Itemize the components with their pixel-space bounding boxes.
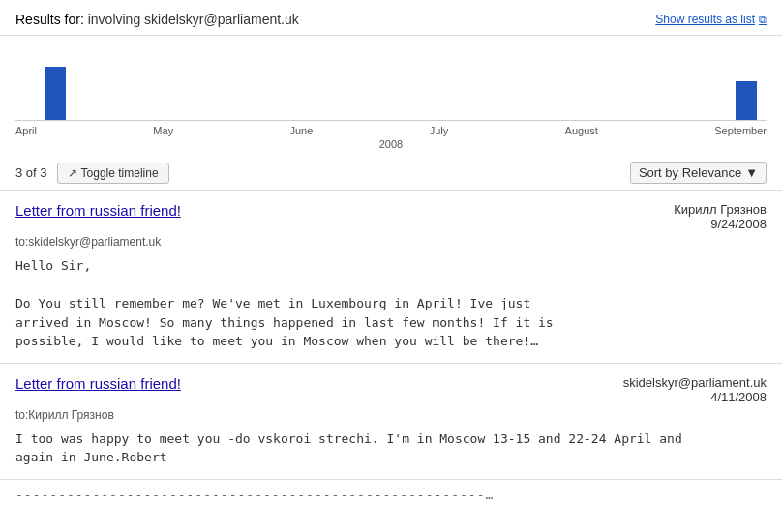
label-may: May (153, 125, 173, 136)
email-subject[interactable]: Letter from russian friend! (15, 202, 181, 219)
label-june: June (289, 125, 313, 136)
label-april: April (15, 125, 37, 136)
chevron-down-icon: ▼ (745, 165, 758, 180)
label-september: September (714, 125, 767, 136)
email-list: Letter from russian friend! Кирилл Грязн… (0, 191, 782, 480)
result-count: 3 of 3 (15, 165, 47, 180)
results-for: Results for: involving skidelskyr@parlia… (15, 12, 299, 27)
email-subject[interactable]: Letter from russian friend! (15, 375, 181, 392)
email-to: to:skidelskyr@parliament.uk (15, 235, 767, 249)
email-date: 4/11/2008 (623, 390, 767, 404)
results-for-label: Results for: (15, 12, 84, 27)
show-results-text: Show results as list (655, 13, 755, 26)
email-sender: Кирилл Грязнов (674, 202, 767, 217)
email-card: Letter from russian friend! Кирилл Грязн… (0, 191, 782, 364)
toggle-timeline-button[interactable]: ↗ Toggle timeline (57, 163, 169, 184)
controls-left: 3 of 3 ↗ Toggle timeline (15, 163, 169, 184)
dashed-separator: ----------------------------------------… (0, 480, 782, 502)
show-results-link[interactable]: Show results as list ⧉ (655, 13, 767, 26)
toggle-label: Toggle timeline (81, 166, 159, 180)
email-meta-right: Кирилл Грязнов 9/24/2008 (674, 202, 767, 231)
search-query: involving skidelskyr@parliament.uk (88, 12, 299, 27)
external-link-icon: ⧉ (759, 14, 767, 26)
timeline-year: 2008 (15, 136, 767, 156)
controls-bar: 3 of 3 ↗ Toggle timeline Sort by Relevan… (0, 156, 782, 191)
timeline-chart (15, 44, 767, 121)
email-sender: skidelskyr@parliament.uk (623, 375, 767, 390)
email-body: Hello Sir,Do You still remember me? We'v… (15, 256, 767, 351)
email-meta-right: skidelskyr@parliament.uk 4/11/2008 (623, 375, 767, 404)
bar-september (736, 81, 757, 120)
sort-label: Sort by Relevance (639, 165, 741, 180)
label-july: July (430, 125, 449, 136)
label-august: August (565, 125, 598, 136)
page-header: Results for: involving skidelskyr@parlia… (0, 0, 782, 36)
timeline-labels: April May June July August September (15, 121, 767, 136)
email-date: 9/24/2008 (674, 217, 767, 231)
email-to: to:Кирилл Грязнов (15, 408, 767, 422)
email-card: Letter from russian friend! skidelskyr@p… (0, 364, 782, 480)
timeline-section: April May June July August September 200… (0, 36, 782, 156)
email-body: I too was happy to meet you -do vskoroi … (15, 429, 767, 467)
sort-dropdown[interactable]: Sort by Relevance ▼ (630, 162, 767, 184)
email-header: Letter from russian friend! Кирилл Грязн… (15, 202, 767, 231)
toggle-icon: ↗ (68, 166, 77, 180)
email-header: Letter from russian friend! skidelskyr@p… (15, 375, 767, 404)
bar-april (45, 67, 66, 120)
